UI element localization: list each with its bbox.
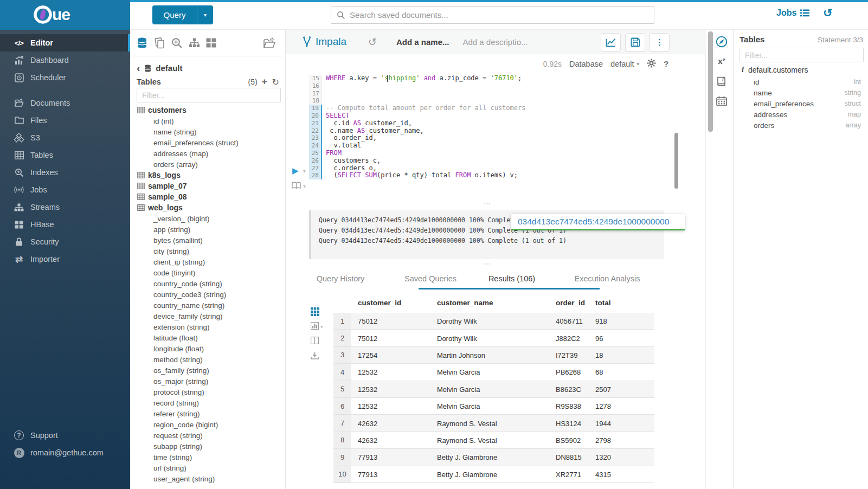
db-list-item[interactable]: longitude (float) xyxy=(130,343,286,354)
download-icon[interactable] xyxy=(311,352,319,359)
execute-options-caret[interactable]: ▾ xyxy=(303,168,306,174)
db-list-item[interactable]: web_logs xyxy=(130,202,286,213)
query-name-field[interactable]: Add a name... xyxy=(396,37,449,47)
sidebar-item-hbase[interactable]: HBase xyxy=(0,216,130,233)
sidebar-item-editor[interactable]: </> Editor xyxy=(0,34,130,52)
query-id-link[interactable]: 034d413ec7474ed5:4249de1000000000 xyxy=(511,214,685,230)
apps-grid-icon[interactable] xyxy=(206,38,216,48)
sidebar-item-indexes[interactable]: Indexes xyxy=(0,164,130,181)
columns-view-icon[interactable] xyxy=(311,337,319,344)
sidebar-item-tables[interactable]: Tables xyxy=(0,146,130,164)
db-list-item[interactable]: app (string) xyxy=(130,224,286,235)
resize-grip[interactable]: ⋯ xyxy=(484,260,492,268)
db-list-item[interactable]: user_agent (string) xyxy=(130,473,286,484)
db-list-item[interactable]: subapp (string) xyxy=(130,441,286,452)
sidebar-item-importer[interactable]: ⇄ Importer xyxy=(0,250,130,268)
sidebar-item-security[interactable]: Security xyxy=(0,233,130,250)
chart-options-caret[interactable]: ▾ xyxy=(320,324,323,330)
column-header[interactable]: customer_name xyxy=(437,299,493,307)
db-breadcrumb[interactable]: ‹ default xyxy=(137,63,183,73)
sitemap-view-icon[interactable] xyxy=(189,38,200,48)
db-list-item[interactable]: addresses (map) xyxy=(130,148,286,159)
sidebar-item-documents[interactable]: Documents xyxy=(0,94,130,112)
db-list-item[interactable]: os_major (string) xyxy=(130,376,286,387)
database-view-icon[interactable] xyxy=(136,37,148,49)
grid-view-icon[interactable] xyxy=(311,307,319,316)
right-panel-filter-input[interactable] xyxy=(740,48,864,62)
page-scrollbar[interactable] xyxy=(708,31,713,132)
db-filter-input[interactable] xyxy=(137,88,281,102)
db-list-item[interactable]: protocol (string) xyxy=(130,387,286,397)
assist-compass-icon[interactable] xyxy=(715,36,729,50)
column-header[interactable]: customer_id xyxy=(358,299,401,307)
column-entry[interactable]: email_preferences struct xyxy=(754,98,861,109)
execute-play-button[interactable]: ▶ xyxy=(292,166,299,176)
documents-view-icon[interactable] xyxy=(154,37,165,49)
db-list-item[interactable]: code (tinyint) xyxy=(130,267,286,278)
resize-grip[interactable]: ⋯ xyxy=(484,200,492,208)
db-list-item[interactable]: k8s_logs xyxy=(130,170,286,181)
query-description-field[interactable]: Add a descriptio... xyxy=(462,37,528,47)
tab-results[interactable]: Results (106) xyxy=(488,274,535,283)
sidebar-item-files[interactable]: Files xyxy=(0,112,130,129)
db-list-item[interactable]: os_family (string) xyxy=(130,365,286,376)
db-list-item[interactable]: method (string) xyxy=(130,354,286,365)
query-dropdown-caret[interactable]: ▾ xyxy=(197,5,213,24)
zoom-in-icon[interactable] xyxy=(171,37,183,49)
functions-icon[interactable]: x² xyxy=(715,56,729,66)
global-search[interactable] xyxy=(331,6,654,24)
db-list-item[interactable]: country_name (string) xyxy=(130,300,286,311)
back-chevron-icon[interactable]: ‹ xyxy=(137,65,140,72)
engine-selector[interactable]: Impala xyxy=(303,36,346,48)
db-list-item[interactable]: referer (string) xyxy=(130,408,286,419)
column-entry[interactable]: addresses map xyxy=(754,109,861,120)
db-list-item[interactable]: sample_08 xyxy=(130,191,286,202)
chart-button[interactable] xyxy=(601,33,621,52)
db-list-item[interactable]: bytes (smallint) xyxy=(130,235,286,246)
sidebar-item-scheduler[interactable]: Scheduler xyxy=(0,69,130,86)
db-list-item[interactable]: client_ip (string) xyxy=(130,256,286,267)
sql-code-editor[interactable]: 15 WHERE a.key = 'shipping' and a.zip_co… xyxy=(309,75,660,179)
info-icon[interactable]: i xyxy=(742,66,744,74)
sidebar-item-s3[interactable]: S3 xyxy=(0,129,130,146)
refresh-icon[interactable]: ↻ xyxy=(272,77,279,87)
chart-view-icon[interactable] xyxy=(311,322,319,330)
sidebar-item-dashboard[interactable]: Dashboard xyxy=(0,52,130,69)
db-list-item[interactable]: request (string) xyxy=(130,430,286,441)
db-list-item[interactable]: device_family (string) xyxy=(130,311,286,321)
tab-execution-analysis[interactable]: Execution Analysis xyxy=(575,274,640,283)
db-list-item[interactable]: customers xyxy=(130,105,286,115)
presentation-options-caret[interactable]: ▾ xyxy=(303,183,306,189)
jobs-link[interactable]: Jobs xyxy=(776,8,809,18)
column-entry[interactable]: name string xyxy=(754,87,861,98)
presentation-mode-icon[interactable] xyxy=(292,182,301,189)
db-list-item[interactable]: sample_07 xyxy=(130,181,286,191)
db-list-item[interactable]: latitude (float) xyxy=(130,332,286,343)
tab-saved-queries[interactable]: Saved Queries xyxy=(404,274,456,283)
hue-logo[interactable]: ue xyxy=(0,0,130,30)
db-list-item[interactable]: record (string) xyxy=(130,397,286,408)
active-table-entry[interactable]: i default.customers xyxy=(742,66,808,74)
sidebar-item-jobs[interactable]: Jobs xyxy=(0,181,130,198)
db-list-item[interactable]: name (string) xyxy=(130,126,286,137)
column-header[interactable]: total xyxy=(595,299,611,307)
calendar-icon[interactable] xyxy=(715,96,729,108)
db-list-item[interactable]: email_preferences (struct) xyxy=(130,137,286,148)
sidebar-item-support[interactable]: ? Support xyxy=(0,427,130,444)
settings-gear-icon[interactable] xyxy=(647,59,656,69)
more-actions-button[interactable]: ⋮ xyxy=(650,33,670,52)
tab-query-history[interactable]: Query History xyxy=(317,274,365,283)
db-list-item[interactable]: orders (array) xyxy=(130,159,286,170)
sidebar-collapse-icon[interactable]: « xyxy=(107,485,115,489)
add-table-icon[interactable]: + xyxy=(262,76,267,87)
db-list-item[interactable]: time (string) xyxy=(130,452,286,462)
sidebar-item-user[interactable]: R romain@gethue.com xyxy=(0,444,130,461)
db-list-item[interactable]: _version_ (bigint) xyxy=(130,213,286,224)
new-query-button[interactable]: Query ▾ xyxy=(152,5,213,24)
column-entry[interactable]: orders array xyxy=(754,120,861,131)
db-list-item[interactable]: country_code (string) xyxy=(130,278,286,289)
search-input[interactable] xyxy=(350,10,632,20)
db-list-item[interactable]: region_code (bigint) xyxy=(130,419,286,430)
db-list-item[interactable]: id (int) xyxy=(130,115,286,126)
save-button[interactable] xyxy=(625,33,645,52)
